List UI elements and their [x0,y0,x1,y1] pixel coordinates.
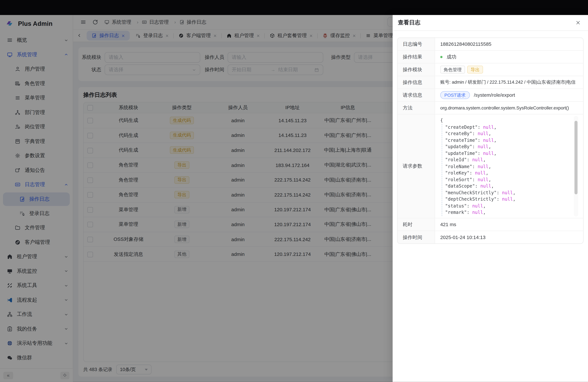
field-label: 方法 [398,102,435,114]
operation-info-value: 账号: admin / 研发部门 / 222.175.114.242 / 中国|… [435,76,583,88]
request-url: /system/role/export [474,92,515,98]
field-label: 日志编号 [398,38,435,50]
json-line: "roleId": null, [435,157,583,163]
indent-guide [441,124,442,216]
json-line: "roleSort": null, [435,176,583,183]
drawer-title: 查看日志 [398,19,420,26]
json-line: { [435,117,583,124]
drawer-header: 查看日志 [393,15,588,31]
method-value: org.dromara.system.controller.system.Sys… [435,102,583,114]
request-params-json: { "createDept": null, "createBy": null, … [435,114,583,218]
view-log-drawer: 查看日志 日志编号 1882612840802115585 操作结果 成功 操作… [393,15,588,382]
module-tag: 角色管理 [440,66,465,74]
duration-value: 421 ms [435,218,583,231]
request-info-value: POST请求 /system/role/export [435,89,583,101]
json-line: "updateTime": null, [435,150,583,157]
operation-time-value: 2025-01-24 10:14:13 [435,231,583,243]
result-value: 成功 [435,51,583,63]
json-line: "menuCheckStrictly": null, [435,190,583,196]
json-line: "roleName": null, [435,163,583,170]
scrollbar-thumb[interactable] [574,121,577,194]
field-label: 操作信息 [398,76,435,88]
json-line: "updateBy": null, [435,144,583,150]
json-line: "createBy": null, [435,130,583,137]
json-line: "dataScope": null, [435,183,583,190]
json-line: "status": null, [435,203,583,209]
field-label: 操作时间 [398,231,435,243]
json-line: "roleKey": null, [435,170,583,176]
screen: Plus Admin 概览 系统管理 [0,0,588,382]
field-label: 操作模块 [398,64,435,76]
json-line: "deptCheckStrictly": null, [435,196,583,203]
post-method-tag: POST请求 [440,91,470,99]
log-detail-table: 日志编号 1882612840802115585 操作结果 成功 操作模块 角色… [397,38,583,244]
field-label: 请求信息 [398,89,435,101]
field-label: 请求参数 [398,114,435,218]
close-icon [575,20,580,25]
success-dot [440,56,442,58]
action-tag: 导出 [467,66,483,74]
json-line: "createDept": null, [435,124,583,130]
json-line: "createTime": null, [435,137,583,144]
close-button[interactable] [573,18,583,28]
log-id-value: 1882612840802115585 [435,38,583,50]
field-label: 操作结果 [398,51,435,63]
field-label: 耗时 [398,218,435,231]
module-value: 角色管理 导出 [435,64,583,76]
scrollbar-track[interactable] [574,116,578,216]
json-line: "remark": null, [435,209,583,216]
